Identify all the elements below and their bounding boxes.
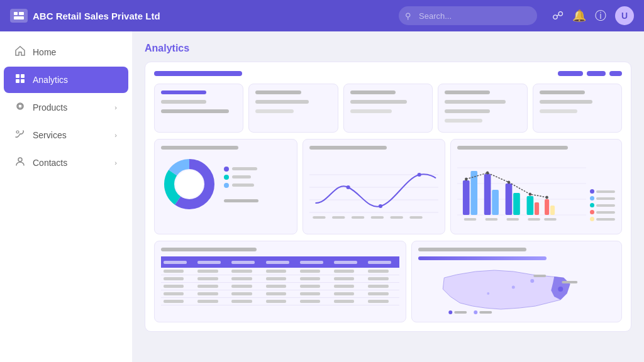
svg-rect-27 bbox=[390, 216, 403, 219]
legend-item bbox=[590, 203, 615, 207]
kpi-card bbox=[533, 84, 622, 133]
donut-chart bbox=[161, 156, 218, 212]
legend-item bbox=[590, 189, 615, 194]
header-icons: ☍ 🔔 ⓘ U bbox=[552, 6, 634, 25]
body: Home Analytics Products › bbox=[0, 31, 644, 362]
svg-rect-2 bbox=[14, 16, 24, 19]
svg-rect-24 bbox=[331, 216, 345, 219]
kpi-card bbox=[248, 84, 338, 133]
svg-rect-4 bbox=[21, 74, 25, 78]
legend-item bbox=[224, 183, 258, 188]
svg-rect-49 bbox=[486, 218, 498, 221]
svg-rect-38 bbox=[513, 193, 520, 215]
sidebar: Home Analytics Products › bbox=[0, 31, 132, 362]
svg-point-45 bbox=[508, 181, 510, 184]
location-icon[interactable]: ☍ bbox=[552, 9, 564, 23]
data-table bbox=[161, 256, 399, 305]
svg-rect-58 bbox=[534, 275, 547, 277]
svg-rect-3 bbox=[16, 74, 19, 78]
services-icon bbox=[15, 129, 25, 141]
help-icon[interactable]: ⓘ bbox=[595, 8, 606, 23]
svg-point-46 bbox=[529, 193, 531, 196]
svg-point-9 bbox=[16, 131, 19, 133]
legend-item bbox=[224, 175, 258, 180]
map-bar bbox=[418, 256, 546, 260]
topbar-btn2[interactable] bbox=[587, 71, 606, 76]
svg-point-22 bbox=[417, 173, 421, 177]
map-title bbox=[418, 248, 526, 251]
svg-point-47 bbox=[545, 196, 548, 199]
bell-icon[interactable]: 🔔 bbox=[572, 9, 586, 23]
chevron-right-icon: › bbox=[114, 159, 117, 167]
search-input[interactable] bbox=[399, 6, 537, 25]
svg-rect-52 bbox=[544, 218, 557, 221]
kpi-card bbox=[154, 84, 243, 133]
svg-rect-25 bbox=[351, 216, 364, 219]
sidebar-item-analytics[interactable]: Analytics bbox=[4, 67, 128, 93]
sidebar-item-home[interactable]: Home bbox=[4, 39, 128, 65]
svg-point-53 bbox=[558, 287, 564, 292]
legend-item bbox=[590, 210, 615, 214]
sidebar-label-products: Products bbox=[33, 102, 107, 112]
svg-rect-35 bbox=[484, 174, 491, 215]
table-row bbox=[161, 275, 399, 283]
legend-item bbox=[224, 167, 258, 172]
svg-point-55 bbox=[512, 286, 515, 289]
app-logo: ABC Retail Sales Private Ltd bbox=[10, 9, 160, 23]
svg-rect-41 bbox=[545, 199, 549, 215]
kpi-card bbox=[438, 84, 527, 133]
svg-rect-50 bbox=[506, 218, 519, 221]
svg-point-59 bbox=[449, 310, 453, 314]
kpi-card bbox=[343, 84, 433, 133]
svg-rect-37 bbox=[506, 184, 513, 215]
analytics-icon bbox=[15, 74, 25, 86]
table-row bbox=[161, 283, 399, 290]
table-title bbox=[161, 248, 257, 251]
chevron-right-icon: › bbox=[114, 131, 117, 139]
bar-chart-legend bbox=[590, 189, 615, 228]
svg-rect-23 bbox=[313, 216, 326, 219]
table-row bbox=[161, 268, 399, 275]
topbar-buttons bbox=[558, 71, 622, 76]
sidebar-item-services[interactable]: Services › bbox=[4, 122, 128, 148]
logo-icon bbox=[10, 9, 28, 23]
svg-rect-57 bbox=[562, 281, 578, 283]
table-card bbox=[154, 241, 406, 322]
map-card bbox=[411, 241, 622, 322]
chart-title bbox=[457, 146, 568, 150]
svg-point-21 bbox=[378, 204, 382, 208]
sidebar-label-contacts: Contacts bbox=[33, 158, 107, 168]
svg-rect-28 bbox=[409, 216, 423, 219]
topbar-title-line bbox=[154, 71, 242, 76]
svg-rect-26 bbox=[370, 216, 384, 219]
svg-rect-0 bbox=[14, 12, 18, 15]
svg-rect-39 bbox=[527, 196, 534, 215]
sidebar-label-home: Home bbox=[33, 47, 117, 57]
sidebar-label-analytics: Analytics bbox=[33, 75, 117, 85]
products-icon bbox=[15, 101, 25, 114]
table-row bbox=[161, 290, 399, 298]
avatar[interactable]: U bbox=[615, 6, 634, 25]
app-title: ABC Retail Sales Private Ltd bbox=[33, 11, 160, 21]
svg-point-56 bbox=[487, 292, 490, 295]
svg-point-54 bbox=[531, 279, 535, 283]
page-title: Analytics bbox=[145, 43, 631, 54]
svg-point-20 bbox=[346, 185, 350, 189]
svg-rect-60 bbox=[455, 311, 467, 314]
bottom-row bbox=[154, 241, 622, 322]
svg-point-44 bbox=[486, 172, 489, 175]
sidebar-item-products[interactable]: Products › bbox=[4, 94, 128, 121]
donut-wrap bbox=[161, 156, 291, 212]
svg-rect-8 bbox=[18, 104, 22, 108]
contacts-icon bbox=[15, 156, 25, 169]
map-area bbox=[418, 265, 615, 315]
charts-row bbox=[154, 139, 622, 234]
topbar-btn1[interactable] bbox=[558, 71, 583, 76]
legend-item bbox=[590, 196, 615, 200]
sidebar-item-contacts[interactable]: Contacts › bbox=[4, 150, 128, 176]
header: ABC Retail Sales Private Ltd ⚲ ☍ 🔔 ⓘ U bbox=[0, 0, 644, 31]
home-icon bbox=[15, 46, 25, 58]
search-icon: ⚲ bbox=[405, 11, 411, 21]
legend-item bbox=[590, 217, 615, 221]
topbar-btn3[interactable] bbox=[609, 71, 622, 76]
